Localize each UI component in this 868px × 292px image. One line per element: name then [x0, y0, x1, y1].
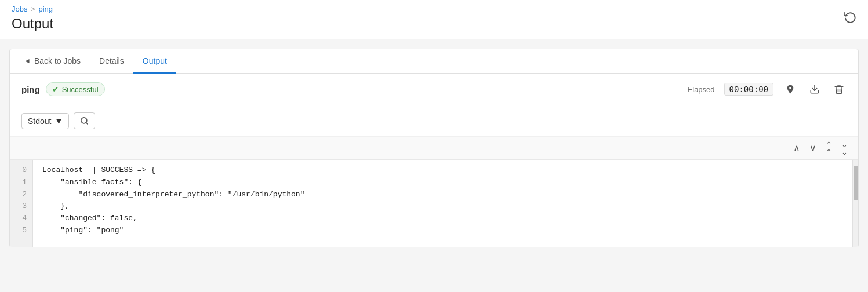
breadcrumb-jobs-link[interactable]: Jobs — [12, 5, 27, 13]
nav-bottom-button[interactable]: ⌄⌄ — [838, 140, 851, 157]
dropdown-arrow-icon: ▼ — [55, 116, 63, 126]
job-header: ping ✔ Successful Elapsed 00:00:00 — [10, 74, 858, 105]
tab-bar: ◄ Back to Jobs Details Output — [10, 49, 858, 74]
job-name: ping — [21, 85, 40, 94]
output-nav-bar: ∧ ∨ ⌃⌃ ⌄⌄ — [10, 137, 858, 160]
svg-line-2 — [86, 122, 88, 124]
breadcrumb-current: ping — [38, 5, 53, 13]
breadcrumb-separator: > — [31, 5, 35, 13]
elapsed-label: Elapsed — [688, 85, 715, 94]
tab-back-to-jobs[interactable]: ◄ Back to Jobs — [14, 49, 90, 74]
download-button[interactable] — [807, 82, 822, 97]
pin-button[interactable] — [783, 82, 798, 97]
search-button[interactable] — [74, 112, 95, 129]
back-arrow-icon: ◄ — [24, 57, 31, 65]
check-icon: ✔ — [52, 85, 59, 94]
nav-top-button[interactable]: ⌃⌃ — [822, 140, 836, 157]
code-content: Localhost | SUCCESS => { "ansible_facts"… — [33, 160, 848, 247]
nav-up-button[interactable]: ∧ — [790, 143, 804, 154]
nav-down-button[interactable]: ∨ — [806, 143, 820, 154]
breadcrumb: Jobs > ping — [12, 5, 856, 13]
output-area: ∧ ∨ ⌃⌃ ⌄⌄ 012345 Localhost | SUCCESS => … — [10, 137, 858, 247]
tab-details[interactable]: Details — [90, 49, 133, 74]
delete-button[interactable] — [831, 82, 847, 97]
elapsed-value: 00:00:00 — [724, 83, 773, 96]
tab-output[interactable]: Output — [133, 49, 176, 74]
stdout-select[interactable]: Stdout ▼ — [21, 113, 69, 129]
page-title: Output — [12, 16, 856, 32]
scrollbar-track[interactable] — [852, 160, 858, 247]
history-icon-button[interactable] — [844, 10, 856, 26]
code-block: 012345 Localhost | SUCCESS => { "ansible… — [10, 160, 858, 247]
status-badge: ✔ Successful — [46, 82, 105, 96]
back-to-jobs-label: Back to Jobs — [34, 56, 81, 65]
stdout-label: Stdout — [28, 116, 51, 126]
line-numbers: 012345 — [10, 160, 33, 247]
scrollbar-thumb[interactable] — [854, 166, 858, 200]
output-controls: Stdout ▼ — [10, 105, 858, 137]
job-header-right: Elapsed 00:00:00 — [688, 82, 847, 97]
status-label: Successful — [62, 85, 99, 94]
main-card: ◄ Back to Jobs Details Output ping ✔ Suc… — [9, 49, 859, 247]
